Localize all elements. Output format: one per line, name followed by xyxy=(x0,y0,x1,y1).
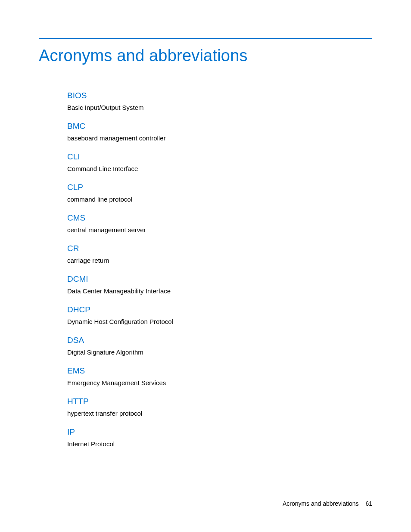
glossary-entry: IP Internet Protocol xyxy=(67,427,372,448)
glossary-definition: Emergency Management Services xyxy=(67,379,372,386)
glossary-definition: Digital Signature Algorithm xyxy=(67,348,372,356)
glossary-entry: HTTP hypertext transfer protocol xyxy=(67,397,372,417)
glossary-entry: DSA Digital Signature Algorithm xyxy=(67,336,372,356)
footer-page-number: 61 xyxy=(365,500,372,507)
page-title: Acronyms and abbreviations xyxy=(39,47,372,65)
glossary-entry: CR carriage return xyxy=(67,244,372,264)
glossary-definition: baseboard management controller xyxy=(67,134,372,142)
page-footer: Acronyms and abbreviations 61 xyxy=(283,500,372,507)
glossary-definition: Internet Protocol xyxy=(67,440,372,448)
glossary-term: EMS xyxy=(67,366,372,376)
glossary-definition: Dynamic Host Configuration Protocol xyxy=(67,318,372,325)
document-page: Acronyms and abbreviations BIOS Basic In… xyxy=(0,0,411,448)
glossary-definition: command line protocol xyxy=(67,196,372,203)
glossary-list: BIOS Basic Input/Output System BMC baseb… xyxy=(39,91,372,448)
glossary-term: CMS xyxy=(67,213,372,223)
glossary-entry: CMS central management server xyxy=(67,213,372,233)
glossary-definition: hypertext transfer protocol xyxy=(67,410,372,417)
glossary-entry: DCMI Data Center Manageability Interface xyxy=(67,274,372,295)
glossary-term: IP xyxy=(67,427,372,437)
glossary-entry: CLI Command Line Interface xyxy=(67,152,372,172)
footer-section-name: Acronyms and abbreviations xyxy=(283,500,359,507)
glossary-term: HTTP xyxy=(67,397,372,406)
glossary-term: CLI xyxy=(67,152,372,162)
heading-rule xyxy=(39,38,372,39)
glossary-definition: Command Line Interface xyxy=(67,165,372,172)
glossary-entry: EMS Emergency Management Services xyxy=(67,366,372,386)
glossary-term: DHCP xyxy=(67,305,372,314)
glossary-entry: CLP command line protocol xyxy=(67,183,372,203)
glossary-term: CR xyxy=(67,244,372,253)
glossary-term: DCMI xyxy=(67,274,372,284)
glossary-entry: BIOS Basic Input/Output System xyxy=(67,91,372,111)
glossary-entry: DHCP Dynamic Host Configuration Protocol xyxy=(67,305,372,325)
glossary-definition: central management server xyxy=(67,226,372,233)
glossary-term: DSA xyxy=(67,336,372,345)
glossary-definition: Data Center Manageability Interface xyxy=(67,287,372,295)
glossary-term: BIOS xyxy=(67,91,372,100)
glossary-term: BMC xyxy=(67,121,372,131)
glossary-definition: Basic Input/Output System xyxy=(67,104,372,111)
glossary-entry: BMC baseboard management controller xyxy=(67,121,372,142)
glossary-term: CLP xyxy=(67,183,372,192)
glossary-definition: carriage return xyxy=(67,257,372,264)
